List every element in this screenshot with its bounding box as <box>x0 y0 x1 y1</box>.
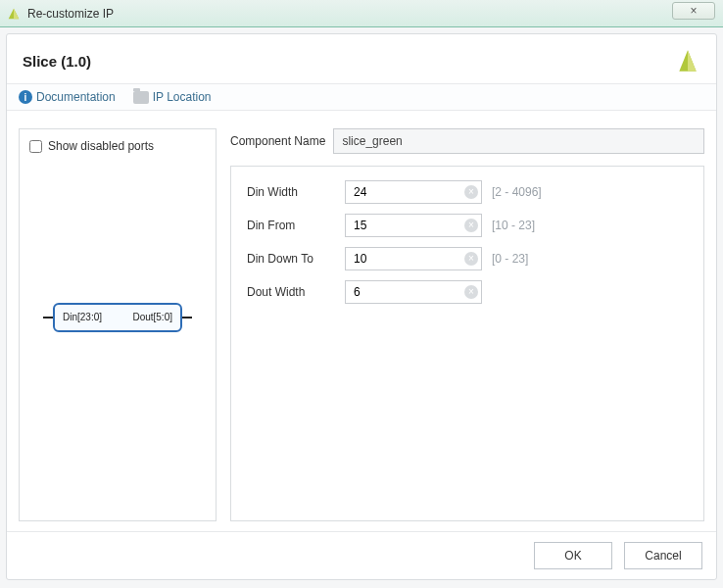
dout-width-label: Dout Width <box>247 285 335 299</box>
show-disabled-ports-checkbox[interactable] <box>29 140 42 153</box>
info-icon: i <box>19 90 32 104</box>
din-downto-label: Din Down To <box>247 252 335 266</box>
page-title: Slice (1.0) <box>23 53 91 70</box>
close-icon: × <box>690 4 697 18</box>
ip-block-dout-label: Dout[5:0] <box>132 312 172 322</box>
dialog-card: Slice (1.0) i Documentation IP Location … <box>6 33 717 580</box>
din-from-clear-icon[interactable]: × <box>464 219 478 232</box>
dout-width-clear-icon[interactable]: × <box>464 285 478 299</box>
documentation-label: Documentation <box>36 90 116 104</box>
window-close-button[interactable]: × <box>672 2 715 20</box>
din-downto-clear-icon[interactable]: × <box>464 252 478 266</box>
documentation-link[interactable]: i Documentation <box>19 90 116 104</box>
din-width-input[interactable] <box>345 180 482 204</box>
ip-block-symbol: Din[23:0] Dout[5:0] <box>53 303 182 332</box>
din-width-range: [2 - 4096] <box>492 185 688 199</box>
din-from-range: [10 - 23] <box>492 219 688 232</box>
din-downto-range: [0 - 23] <box>492 252 688 266</box>
ip-location-link[interactable]: IP Location <box>133 90 212 104</box>
form-panel: Component Name Din Width × [2 - 4096] Di… <box>230 128 704 521</box>
window-title: Re-customize IP <box>27 7 114 21</box>
component-name-input[interactable] <box>333 128 704 154</box>
show-disabled-ports-label: Show disabled ports <box>48 139 154 153</box>
din-from-label: Din From <box>247 219 335 232</box>
app-logo-icon <box>6 6 22 22</box>
dialog-header: Slice (1.0) <box>7 34 716 83</box>
show-disabled-ports-row[interactable]: Show disabled ports <box>29 139 206 153</box>
svg-marker-3 <box>688 50 697 72</box>
preview-panel: Show disabled ports Din[23:0] Dout[5:0] <box>19 128 217 521</box>
din-from-input[interactable] <box>345 214 482 237</box>
parameters-panel: Din Width × [2 - 4096] Din From × [10 - … <box>230 166 704 521</box>
dialog-footer: OK Cancel <box>7 531 716 579</box>
din-width-clear-icon[interactable]: × <box>464 185 478 199</box>
component-name-label: Component Name <box>230 134 325 148</box>
ip-location-label: IP Location <box>153 90 212 104</box>
dout-width-input[interactable] <box>345 280 482 304</box>
window-titlebar: Re-customize IP × <box>0 0 723 27</box>
vendor-logo-icon <box>675 48 700 74</box>
ok-button[interactable]: OK <box>534 542 612 569</box>
din-downto-input[interactable] <box>345 247 482 270</box>
folder-icon <box>133 91 149 104</box>
din-width-label: Din Width <box>247 185 335 199</box>
cancel-button[interactable]: Cancel <box>624 542 702 569</box>
link-bar: i Documentation IP Location <box>7 83 716 111</box>
svg-marker-1 <box>14 8 19 19</box>
ip-block-din-label: Din[23:0] <box>63 312 102 322</box>
